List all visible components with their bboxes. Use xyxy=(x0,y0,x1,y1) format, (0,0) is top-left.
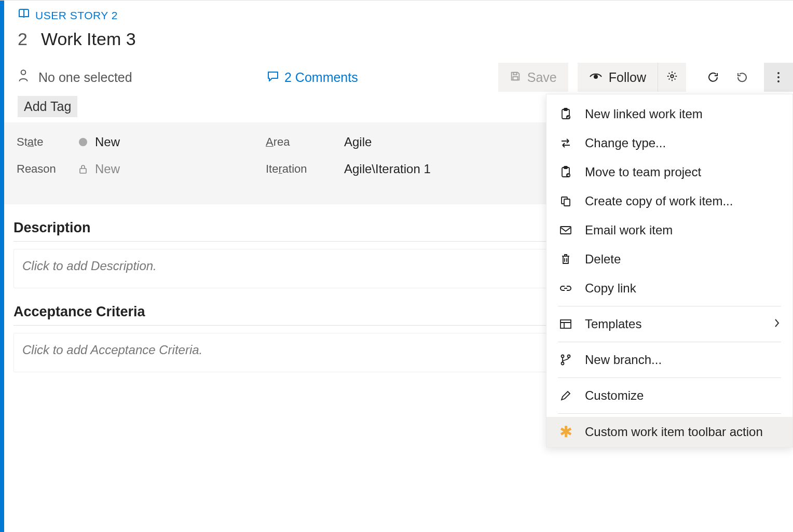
menu-label: Customize xyxy=(585,388,780,403)
menu-new-branch[interactable]: New branch... xyxy=(546,345,792,374)
svg-rect-8 xyxy=(80,169,86,173)
trash-icon xyxy=(559,254,572,265)
more-actions-menu: New linked work item Change type... Move… xyxy=(546,94,793,447)
mail-icon xyxy=(559,226,572,235)
menu-label: Custom work item toolbar action xyxy=(585,425,780,439)
lock-icon xyxy=(71,164,95,174)
assignee-picker[interactable]: No one selected xyxy=(18,69,267,86)
acceptance-placeholder: Click to add Acceptance Criteria. xyxy=(22,343,202,357)
state-dot-icon xyxy=(79,138,87,146)
follow-button[interactable]: Follow xyxy=(578,63,658,92)
iteration-field[interactable]: Iteration Agile\Iteration 1 xyxy=(266,162,473,176)
revert-button[interactable] xyxy=(728,63,757,92)
svg-rect-1 xyxy=(513,72,516,75)
area-field[interactable]: Area Agile xyxy=(266,135,473,149)
comment-icon xyxy=(267,70,279,85)
menu-label: New linked work item xyxy=(585,107,780,121)
menu-change-type[interactable]: Change type... xyxy=(546,129,792,158)
copy-icon xyxy=(559,195,572,207)
menu-label: Copy link xyxy=(585,281,780,296)
svg-point-5 xyxy=(777,72,780,74)
comments-count: 2 Comments xyxy=(284,70,358,85)
menu-new-linked-work-item[interactable]: New linked work item xyxy=(546,100,792,129)
reason-label: Reason xyxy=(17,162,71,176)
menu-divider xyxy=(558,377,781,378)
asterisk-icon: ✱ xyxy=(559,424,572,440)
save-label: Save xyxy=(527,70,557,85)
menu-label: Delete xyxy=(585,252,780,267)
swap-icon xyxy=(559,138,572,148)
comments-link[interactable]: 2 Comments xyxy=(267,70,402,85)
gear-icon xyxy=(666,70,678,85)
refresh-button[interactable] xyxy=(699,63,728,92)
menu-divider xyxy=(558,342,781,342)
svg-point-20 xyxy=(568,355,570,358)
menu-delete[interactable]: Delete xyxy=(546,245,792,274)
menu-move-to-team-project[interactable]: Move to team project xyxy=(546,158,792,187)
book-icon xyxy=(18,8,30,23)
state-label: State xyxy=(17,135,71,149)
template-icon xyxy=(559,319,572,329)
svg-rect-18 xyxy=(560,320,571,328)
branch-icon xyxy=(559,354,572,366)
menu-label: Create copy of work item... xyxy=(585,194,780,208)
chevron-right-icon xyxy=(774,317,780,331)
toolbar-actions: Save Follow xyxy=(498,63,793,92)
work-item-title-row[interactable]: 2 Work Item 3 xyxy=(18,29,783,49)
description-placeholder: Click to add Description. xyxy=(22,259,157,273)
follow-settings-button[interactable] xyxy=(658,63,686,92)
menu-divider xyxy=(558,413,781,414)
area-value: Agile xyxy=(344,135,372,149)
assignee-label: No one selected xyxy=(38,70,132,85)
pencil-icon xyxy=(559,390,572,401)
work-item-header: USER STORY 2 2 Work Item 3 xyxy=(4,1,793,49)
svg-point-4 xyxy=(671,75,674,78)
svg-point-0 xyxy=(21,70,26,75)
state-field[interactable]: State New xyxy=(17,135,266,149)
menu-copy-link[interactable]: Copy link xyxy=(546,274,792,303)
svg-point-19 xyxy=(562,355,564,358)
clipboard-check-icon xyxy=(559,108,572,120)
area-label: Area xyxy=(266,135,320,149)
work-item-type-row: USER STORY 2 xyxy=(18,8,783,23)
save-icon xyxy=(510,70,521,85)
menu-custom-toolbar-action[interactable]: ✱ Custom work item toolbar action xyxy=(546,417,792,447)
iteration-label: Iteration xyxy=(266,162,320,176)
svg-point-7 xyxy=(777,80,780,82)
menu-label: Templates xyxy=(585,317,761,331)
svg-rect-2 xyxy=(513,76,517,79)
accent-left-bar xyxy=(0,1,4,532)
work-item-type-label: USER STORY 2 xyxy=(35,9,118,22)
add-tag-button[interactable]: Add Tag xyxy=(18,96,77,117)
state-value: New xyxy=(95,135,120,149)
menu-label: Change type... xyxy=(585,136,780,150)
svg-point-6 xyxy=(777,76,780,78)
menu-label: Email work item xyxy=(585,223,780,237)
watch-icon xyxy=(589,70,603,85)
menu-label: Move to team project xyxy=(585,165,780,179)
more-actions-button[interactable] xyxy=(764,63,793,92)
clipboard-arrow-icon xyxy=(559,166,572,178)
menu-email-work-item[interactable]: Email work item xyxy=(546,216,792,245)
follow-label: Follow xyxy=(609,70,646,85)
work-item-id: 2 xyxy=(18,29,28,49)
menu-templates[interactable]: Templates xyxy=(546,310,792,339)
link-icon xyxy=(559,285,572,292)
iteration-value: Agile\Iteration 1 xyxy=(344,162,431,176)
toolbar: No one selected 2 Comments Save xyxy=(4,63,793,92)
person-icon xyxy=(18,69,29,86)
svg-point-21 xyxy=(562,362,564,365)
reason-field[interactable]: Reason New xyxy=(17,162,266,176)
reason-value: New xyxy=(95,162,120,176)
menu-divider xyxy=(558,306,781,306)
menu-create-copy[interactable]: Create copy of work item... xyxy=(546,187,792,216)
save-button[interactable]: Save xyxy=(498,63,568,92)
svg-point-3 xyxy=(594,75,597,78)
menu-label: New branch... xyxy=(585,353,780,367)
work-item-title: Work Item 3 xyxy=(41,29,136,49)
svg-rect-16 xyxy=(564,199,570,206)
svg-rect-17 xyxy=(560,227,571,234)
menu-customize[interactable]: Customize xyxy=(546,381,792,410)
